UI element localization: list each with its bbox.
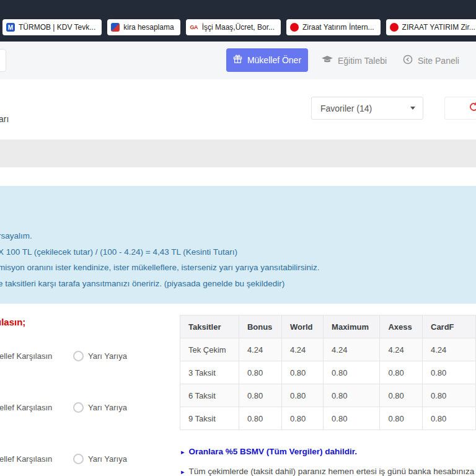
app-header: Mükellef Öner Eğitim Talebi Site Paneli xyxy=(0,42,476,79)
partial-left-button[interactable] xyxy=(0,49,6,72)
bookmark-item[interactable]: MTÜRMOB | KDV Tevk... xyxy=(2,19,102,35)
ga-favicon-icon: GA xyxy=(190,23,198,32)
option-label-mukellef-fragment[interactable]: ellef Karşılasın xyxy=(0,351,52,361)
yari-yariya-radio[interactable] xyxy=(73,402,84,413)
table-cell: 4.24 xyxy=(380,338,423,361)
bookmark-item[interactable]: ZIRAAT YATIRIM Zir... xyxy=(386,19,476,35)
table-header-cell: Maximum xyxy=(324,315,380,338)
info-line: X 100 TL (çekilecek tutar) / (100 - 4.24… xyxy=(0,244,476,260)
browser-window: MTÜRMOB | KDV Tevk...kira hesaplamaGAİşç… xyxy=(0,0,476,476)
graduation-cap-icon xyxy=(322,56,333,66)
table-header-cell: Axess xyxy=(380,315,423,338)
bookmark-label: ZIRAAT YATIRIM Zir... xyxy=(402,23,475,32)
bookmark-label: İşçi Maaş,Ücret, Bor... xyxy=(202,23,275,32)
table-header-cell: Bonus xyxy=(239,315,281,338)
table-header-cell: World xyxy=(281,315,323,338)
option-label-yari-yariya[interactable]: Yarı Yarıya xyxy=(88,351,127,361)
table-header-cell: CardF xyxy=(423,315,476,338)
table-header-cell: Taksitler xyxy=(180,315,239,338)
table-cell: 0.80 xyxy=(380,361,423,384)
yari-yariya-radio[interactable] xyxy=(73,454,84,464)
triangle-bullet-icon: ▸ xyxy=(181,447,185,457)
note-bsmv: ▸Oranlara %5 BSMV (Tüm Vergiler) dahildi… xyxy=(181,447,357,457)
info-box: rsayalım.X 100 TL (çekilecek tutar) / (1… xyxy=(0,186,476,304)
ziraat-favicon-icon xyxy=(390,23,399,32)
table-cell: 4.24 xyxy=(423,338,476,361)
kira-favicon-icon xyxy=(111,23,120,32)
triangle-bullet-icon: ▸ xyxy=(181,467,185,476)
bookmark-item[interactable]: kira hesaplama xyxy=(107,19,180,35)
circle-arrow-icon xyxy=(403,55,413,66)
table-row: Tek Çekim4.244.244.244.244.24 xyxy=(180,338,476,361)
table-cell: 4.24 xyxy=(239,338,281,361)
bookmark-label: TÜRMOB | KDV Tevk... xyxy=(19,23,95,32)
table-row-label: 3 Taksit xyxy=(180,361,239,384)
favorites-select-value: Favoriler (14) xyxy=(320,104,372,113)
nav-egitim-talebi-label: Eğitim Talebi xyxy=(338,56,387,66)
nav-site-paneli-label: Site Paneli xyxy=(418,56,459,66)
nav-site-paneli[interactable]: Site Paneli xyxy=(403,42,459,79)
table-cell: 0.80 xyxy=(239,361,281,384)
refresh-button-partial[interactable] xyxy=(444,97,476,120)
info-line: misyon oranını ister kendinize, ister mü… xyxy=(0,260,476,276)
note-transfer: ▸Tüm çekimlerde (taksit dahil) paranız h… xyxy=(181,467,474,476)
commission-heading-fragment: ılasın; xyxy=(0,317,25,327)
table-cell: 0.80 xyxy=(324,361,380,384)
table-cell: 0.80 xyxy=(423,407,476,430)
nav-egitim-talebi[interactable]: Eğitim Talebi xyxy=(322,42,387,79)
table-row-label: 9 Taksit xyxy=(180,407,239,430)
table-cell: 0.80 xyxy=(324,407,380,430)
table-cell: 0.80 xyxy=(239,407,281,430)
table-cell: 0.80 xyxy=(281,361,323,384)
table-cell: 0.80 xyxy=(423,384,476,407)
bookmark-label: Ziraat Yatırım İntern... xyxy=(302,23,374,32)
gift-icon xyxy=(233,55,242,66)
option-label-mukellef-fragment[interactable]: ellef Karşılasın xyxy=(0,454,52,464)
option-label-yari-yariya[interactable]: Yarı Yarıya xyxy=(88,454,127,464)
table-cell: 0.80 xyxy=(380,384,423,407)
option-label-yari-yariya[interactable]: Yarı Yarıya xyxy=(88,403,127,412)
mukellef-oner-button[interactable]: Mükellef Öner xyxy=(226,48,308,72)
bookmarks-bar: MTÜRMOB | KDV Tevk...kira hesaplamaGAİşç… xyxy=(0,0,476,42)
note-text: Tüm çekimlerde (taksit dahil) paranız he… xyxy=(189,467,475,476)
table-cell: 0.80 xyxy=(281,384,323,407)
table-row-label: Tek Çekim xyxy=(180,338,239,361)
commission-option-row: ellef KarşılasınYarı Yarıya xyxy=(0,402,155,413)
mukellef-oner-label: Mükellef Öner xyxy=(247,55,301,65)
turmob-favicon-icon: M xyxy=(6,23,15,32)
table-cell: 0.80 xyxy=(423,361,476,384)
commission-option-row: ellef KarşılasınYarı Yarıya xyxy=(0,351,155,362)
table-row: 3 Taksit0.800.800.800.800.80 xyxy=(180,361,476,384)
table-row-label: 6 Taksit xyxy=(180,384,239,407)
info-line: e taksitleri karşı tarafa yansıtmanızı ö… xyxy=(0,276,476,292)
commission-option-row: ellef KarşılasınYarı Yarıya xyxy=(0,454,155,465)
table-row: 6 Taksit0.800.800.800.800.80 xyxy=(180,384,476,407)
bookmark-item[interactable]: Ziraat Yatırım İntern... xyxy=(286,19,381,35)
refresh-icon xyxy=(469,102,476,115)
ziraat-favicon-icon xyxy=(290,23,299,32)
bookmark-item[interactable]: GAİşçi Maaş,Ücret, Bor... xyxy=(186,19,281,35)
option-label-mukellef-fragment[interactable]: ellef Karşılasın xyxy=(0,403,52,412)
section-divider-band xyxy=(0,139,476,167)
table-cell: 0.80 xyxy=(380,407,423,430)
note-text: Oranlara %5 BSMV (Tüm Vergiler) dahildir… xyxy=(189,447,358,456)
table-cell: 4.24 xyxy=(281,338,323,361)
table-header-row: TaksitlerBonusWorldMaximumAxessCardF xyxy=(180,315,476,338)
table-row: 9 Taksit0.800.800.800.800.80 xyxy=(180,407,476,430)
rates-table: TaksitlerBonusWorldMaximumAxessCardF Tek… xyxy=(180,315,476,430)
table-cell: 0.80 xyxy=(324,384,380,407)
bookmark-label: kira hesaplama xyxy=(123,23,174,32)
chevron-down-icon xyxy=(410,107,415,110)
info-line: rsayalım. xyxy=(0,228,476,244)
page-heading-fragment: arı xyxy=(0,114,9,124)
yari-yariya-radio[interactable] xyxy=(73,351,84,361)
table-cell: 4.24 xyxy=(324,338,380,361)
favorites-select[interactable]: Favoriler (14) xyxy=(311,97,423,120)
table-cell: 0.80 xyxy=(281,407,323,430)
table-cell: 0.80 xyxy=(239,384,281,407)
